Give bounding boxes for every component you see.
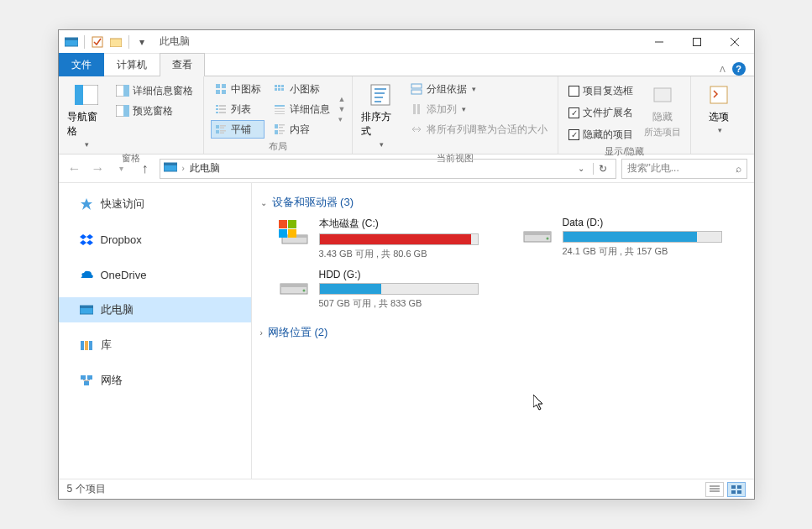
svg-rect-59 [164,163,177,165]
view-tiles-button[interactable] [727,482,746,497]
layout-expand[interactable]: ▾ [338,115,346,123]
nav-up-button[interactable]: ↑ [136,160,155,178]
svg-rect-67 [87,375,92,380]
svg-rect-24 [216,125,219,128]
layout-content[interactable]: 内容 [270,120,333,139]
drive-stats: 3.43 GB 可用 , 共 80.6 GB [319,248,487,260]
layout-small-icons[interactable]: 小图标 [270,80,333,98]
address-dropdown-icon[interactable]: ⌄ [574,164,588,173]
sidebar-item-network[interactable]: 网络 [59,368,251,393]
tab-view[interactable]: 查看 [160,53,205,76]
pc-icon [79,302,94,317]
star-icon [79,196,94,212]
svg-rect-17 [222,90,226,94]
layout-details[interactable]: 详细信息 [270,100,333,118]
drive-icon [277,269,311,302]
svg-rect-33 [275,88,277,91]
layout-scroll-up[interactable]: ▲ [338,95,346,103]
layout-list[interactable]: 列表 [211,100,265,118]
options-button[interactable]: 选项 ▾ [698,80,740,140]
svg-rect-38 [275,111,285,112]
qat-dropdown-icon[interactable]: ▾ [134,34,149,50]
drive-usage-bar [563,231,722,243]
svg-rect-54 [417,104,420,114]
layout-scroll-down[interactable]: ▼ [338,105,346,113]
file-extensions-toggle[interactable]: ✓文件扩展名 [565,103,637,122]
refresh-button[interactable]: ↻ [593,163,612,175]
svg-rect-5 [694,38,701,45]
svg-rect-11 [123,85,129,97]
sidebar-item-onedrive[interactable]: OneDrive [59,262,251,287]
drive-name: HDD (G:) [319,269,487,280]
minimize-button[interactable] [641,30,678,54]
drive-item[interactable]: 本地磁盘 (C:)3.43 GB 可用 , 共 80.6 GB [277,217,487,260]
preview-pane-button[interactable]: 预览窗格 [113,102,196,120]
sidebar-item-libraries[interactable]: 库 [59,333,251,358]
svg-rect-73 [279,220,287,228]
svg-rect-81 [280,284,307,287]
details-pane-button[interactable]: 详细信息窗格 [113,81,196,100]
svg-rect-27 [216,130,219,134]
nav-tree: 快速访问 Dropbox OneDrive 此电脑 库 [59,183,252,479]
svg-rect-86 [731,485,736,489]
breadcrumb-thispc[interactable]: 此电脑 [190,161,220,175]
sidebar-item-thispc[interactable]: 此电脑 [59,297,251,322]
svg-rect-39 [275,113,285,114]
nav-recent-dropdown[interactable]: ▾ [113,160,131,178]
drive-stats: 507 GB 可用 , 共 833 GB [319,297,487,310]
svg-rect-63 [81,341,84,350]
qat-new-folder-icon[interactable] [108,34,123,50]
nav-pane-label: 导航窗格 [67,110,106,139]
item-checkboxes-toggle[interactable]: 项目复选框 [565,81,637,100]
sort-label: 排序方式 [361,110,400,139]
chevron-down-icon: ⌄ [260,198,267,207]
svg-rect-26 [220,128,224,129]
ribbon: 导航窗格 ▾ 详细信息窗格 预览窗格 窗格 中图标 列表 平铺 [59,76,754,155]
svg-rect-13 [123,105,129,117]
app-icon [64,34,79,50]
group-header-network[interactable]: › 网络位置 (2) [260,322,746,347]
ribbon-group-panes: 导航窗格 ▾ 详细信息窗格 预览窗格 窗格 [59,76,204,154]
drive-item[interactable]: Data (D:)24.1 GB 可用 , 共 157 GB [521,217,731,260]
svg-rect-88 [731,490,736,494]
statusbar: 5 个项目 [59,479,754,499]
hidden-items-toggle[interactable]: ✓隐藏的项目 [565,125,637,144]
svg-rect-53 [413,104,416,114]
svg-rect-89 [737,490,741,494]
sidebar-item-dropbox[interactable]: Dropbox [59,227,251,252]
drive-item[interactable]: HDD (G:)507 GB 可用 , 共 833 GB [277,269,487,310]
group-by-button[interactable]: 分组依据▾ [406,80,551,98]
svg-rect-34 [278,88,280,91]
group-header-drives[interactable]: ⌄ 设备和驱动器 (3) [260,191,746,217]
search-placeholder: 搜索"此电... [627,161,679,175]
view-details-button[interactable] [705,482,724,497]
svg-rect-87 [737,485,741,489]
drive-usage-bar [319,233,479,245]
layout-medium-icons[interactable]: 中图标 [211,80,265,98]
nav-pane-button[interactable]: 导航窗格 ▾ [65,80,107,150]
svg-point-82 [302,290,305,292]
drive-stats: 24.1 GB 可用 , 共 157 GB [563,245,731,258]
close-button[interactable] [716,30,754,54]
tab-computer[interactable]: 计算机 [104,53,160,76]
ribbon-group-options: 选项 ▾ [691,76,747,154]
sort-button[interactable]: 排序方式 ▾ [359,80,401,150]
help-icon[interactable]: ? [732,62,746,76]
options-label: 选项 [709,110,729,124]
search-input[interactable]: 搜索"此电... ⌕ [621,159,747,179]
maximize-button[interactable] [678,30,716,54]
window-title: 此电脑 [160,34,190,49]
qat-properties-icon[interactable] [90,34,105,50]
ribbon-collapse-icon[interactable]: ᐱ [720,65,726,74]
size-columns-button: 将所有列调整为合适的大小 [406,120,551,139]
address-input[interactable]: › 此电脑 ⌄ ↻ [160,159,616,179]
tab-file[interactable]: 文件 [59,53,104,76]
svg-rect-57 [710,86,727,103]
svg-rect-1 [65,38,78,40]
dropbox-icon [79,232,94,247]
svg-rect-40 [275,124,278,128]
nav-back-button[interactable]: ← [65,160,84,178]
layout-tiles[interactable]: 平铺 [211,120,265,139]
svg-rect-31 [278,85,280,87]
sidebar-item-quickaccess[interactable]: 快速访问 [59,191,251,217]
